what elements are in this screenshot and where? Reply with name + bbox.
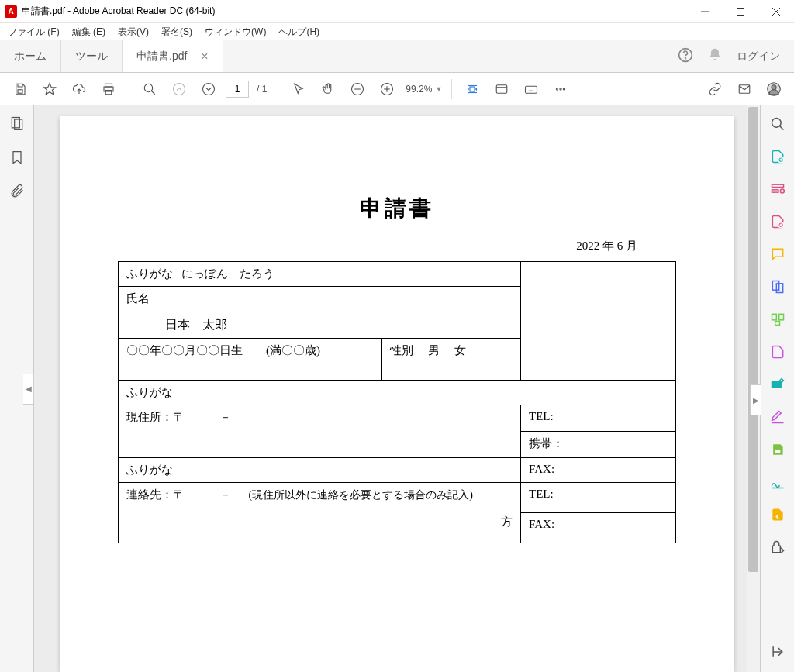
svg-point-13 [203, 83, 215, 95]
page-number-input[interactable] [226, 81, 249, 98]
svg-rect-44 [776, 284, 782, 293]
svg-point-5 [685, 58, 686, 59]
login-button[interactable]: ログイン [737, 50, 780, 64]
menu-window[interactable]: ウィンドウ(W) [202, 24, 269, 40]
close-tab-icon[interactable]: × [201, 50, 208, 64]
combine-files-icon[interactable] [768, 277, 787, 296]
contact-cell: 連絡先：〒 － (現住所以外に連絡を必要とする場合のみ記入) 方 [119, 483, 521, 543]
pdf-page: 申請書 2022 年 6 月 ふりがな にっぽん たろう 氏名 日本 太郎 〇 [60, 116, 734, 672]
svg-rect-19 [470, 87, 475, 91]
redact-icon[interactable] [768, 375, 787, 394]
tab-home[interactable]: ホーム [0, 40, 61, 72]
toolbar: / 1 99.2%▼ [0, 73, 794, 105]
menu-view[interactable]: 表示(V) [115, 24, 152, 40]
furigana-cell-3: ふりがな [119, 458, 521, 483]
maximize-button[interactable] [723, 0, 758, 23]
thumbnails-icon[interactable] [9, 115, 26, 132]
bell-icon[interactable] [707, 47, 723, 65]
export-pdf-icon[interactable] [768, 147, 787, 166]
more-tools-icon[interactable] [768, 538, 787, 557]
doc-title: 申請書 [118, 194, 676, 223]
titlebar-left: A 申請書.pdf - Adobe Acrobat Reader DC (64-… [5, 5, 215, 18]
svg-marker-7 [44, 83, 56, 94]
right-tools-rail: ▶ [760, 105, 794, 672]
svg-rect-31 [739, 84, 750, 93]
svg-rect-20 [497, 84, 508, 93]
document-viewport[interactable]: 申請書 2022 年 6 月 ふりがな にっぽん たろう 氏名 日本 太郎 〇 [34, 105, 760, 672]
attachments-icon[interactable] [9, 183, 26, 200]
svg-point-41 [780, 189, 784, 193]
help-icon[interactable] [678, 47, 693, 65]
convert-icon[interactable] [768, 505, 787, 524]
protect-icon[interactable] [768, 440, 787, 459]
menu-help[interactable]: ヘルプ(H) [275, 24, 323, 40]
birth-cell: 〇〇年〇〇月〇〇日生 (満〇〇歳) [119, 339, 382, 381]
print-icon[interactable] [96, 77, 121, 102]
fax-cell-1: FAX: [521, 458, 676, 483]
zoom-level-dropdown[interactable]: 99.2%▼ [404, 84, 444, 95]
svg-rect-47 [775, 322, 779, 326]
page-up-icon[interactable] [167, 77, 192, 102]
organize-pages-icon[interactable] [768, 310, 787, 329]
search-icon[interactable] [137, 77, 162, 102]
keyboard-icon[interactable] [519, 77, 544, 102]
titlebar: A 申請書.pdf - Adobe Acrobat Reader DC (64-… [0, 0, 794, 23]
page-down-icon[interactable] [196, 77, 221, 102]
left-nav-rail: ◀ [0, 105, 34, 672]
star-icon[interactable] [37, 77, 62, 102]
menubar: ファイル (F) 編集 (E) 表示(V) 署名(S) ウィンドウ(W) ヘルプ… [0, 23, 794, 40]
hand-tool-icon[interactable] [316, 77, 340, 102]
share-link-icon[interactable] [703, 77, 727, 102]
scrollbar-thumb[interactable] [748, 107, 758, 572]
menu-file[interactable]: ファイル (F) [5, 24, 63, 40]
minimize-button[interactable] [687, 0, 723, 23]
edit-pdf-icon[interactable] [768, 180, 787, 198]
svg-rect-40 [772, 190, 778, 192]
expand-rail-icon[interactable] [768, 643, 787, 661]
compress-icon[interactable] [768, 343, 787, 361]
select-tool-icon[interactable] [286, 77, 311, 102]
svg-rect-43 [772, 281, 778, 291]
fill-sign-icon[interactable] [768, 408, 787, 426]
request-signatures-icon[interactable] [768, 473, 787, 491]
menu-sign[interactable]: 署名(S) [158, 24, 195, 40]
window-controls [687, 0, 794, 23]
account-icon[interactable] [761, 77, 786, 102]
menu-edit[interactable]: 編集 (E) [69, 24, 109, 40]
cloud-upload-icon[interactable] [67, 77, 91, 102]
svg-point-33 [772, 84, 776, 89]
read-mode-icon[interactable] [489, 77, 514, 102]
svg-rect-49 [775, 450, 780, 453]
tel-cell-2: TEL: [521, 483, 676, 513]
svg-rect-46 [778, 314, 783, 320]
chevron-down-icon: ▼ [435, 85, 442, 93]
mobile-cell: 携帯： [521, 432, 676, 458]
furigana-cell-1: ふりがな にっぽん たろう [119, 262, 521, 287]
tel-cell-1: TEL: [521, 405, 676, 432]
email-icon[interactable] [732, 77, 757, 102]
svg-rect-6 [18, 89, 22, 93]
fit-width-icon[interactable] [460, 77, 485, 102]
furigana-cell-2: ふりがな [119, 381, 676, 405]
create-pdf-icon[interactable] [768, 212, 787, 231]
main: ◀ 申請書 2022 年 6 月 ふりがな にっぽん たろう 氏名 日本 太郎 [0, 105, 794, 672]
fax-cell-2: FAX: [521, 513, 676, 543]
window-title: 申請書.pdf - Adobe Acrobat Reader DC (64-bi… [22, 5, 215, 18]
address-cell: 現住所：〒 － [119, 405, 521, 458]
right-collapse-handle[interactable]: ▶ [750, 384, 761, 415]
close-button[interactable] [758, 0, 794, 23]
zoom-in-icon[interactable] [375, 77, 399, 102]
save-icon[interactable] [8, 77, 33, 102]
svg-line-11 [151, 91, 155, 95]
left-collapse-handle[interactable]: ◀ [23, 374, 34, 405]
svg-point-29 [560, 88, 561, 89]
bookmarks-icon[interactable] [9, 149, 26, 166]
more-tools-icon[interactable] [548, 77, 573, 102]
comment-icon[interactable] [768, 245, 787, 264]
tab-document[interactable]: 申請書.pdf × [123, 40, 223, 72]
search-tool-icon[interactable] [768, 115, 787, 133]
tab-tools[interactable]: ツール [61, 40, 123, 72]
svg-rect-45 [772, 314, 776, 320]
photo-cell [521, 262, 676, 381]
zoom-out-icon[interactable] [345, 77, 370, 102]
